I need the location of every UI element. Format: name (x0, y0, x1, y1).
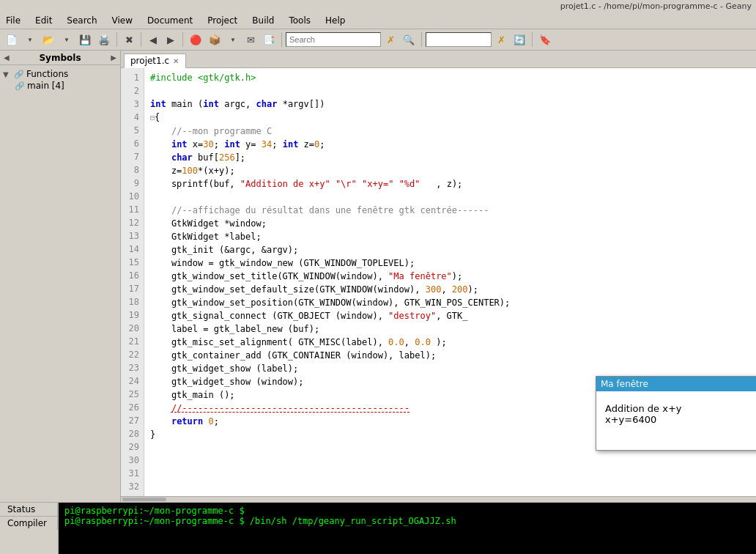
menu-build[interactable]: Build (249, 14, 277, 27)
main-icon: 🔗 (15, 81, 25, 91)
menu-file[interactable]: File (3, 14, 23, 27)
tab-bar: projet1.c ✕ (121, 51, 756, 68)
menu-document[interactable]: Document (144, 14, 196, 27)
close-button[interactable]: ✖ (121, 32, 137, 48)
print-button[interactable]: 🖨️ (95, 32, 113, 48)
sidebar-left-arrow[interactable]: ◀ (1, 52, 12, 63)
sep4 (281, 32, 282, 47)
tree-functions-label: Functions (26, 69, 68, 79)
code-editor: 12345 678910 1112131415 1617181920 21222… (121, 68, 756, 496)
title-text: projet1.c - /home/pi/mon-programme-c - G… (560, 1, 752, 11)
run-button[interactable]: 📦 (206, 32, 223, 48)
editor-area: projet1.c ✕ 12345 678910 1112131415 1617… (121, 51, 756, 502)
sidebar-header: ◀ Symbols ▶ (0, 51, 120, 65)
float-titlebar: Ma fenêtre _ □ ✕ (596, 377, 756, 391)
functions-icon: 🔗 (14, 70, 24, 79)
editor-scrollbar[interactable] (121, 496, 756, 502)
open-button[interactable]: 📂 (40, 32, 57, 48)
dropdown-arrow3[interactable]: ▼ (225, 32, 241, 48)
replace-go-button[interactable]: 🔄 (511, 32, 528, 48)
tree-expand-icon: ▼ (3, 70, 12, 78)
search-clear-button[interactable]: ✗ (382, 32, 399, 48)
search-input[interactable] (286, 32, 381, 47)
send-button[interactable]: ✉ (242, 32, 259, 48)
sep2 (141, 32, 141, 47)
menu-edit[interactable]: Edit (32, 14, 55, 27)
sidebar-right-arrow[interactable]: ▶ (108, 52, 119, 63)
menu-search[interactable]: Search (64, 14, 100, 27)
redo-button[interactable]: ▶ (163, 32, 179, 48)
menu-tools[interactable]: Tools (286, 14, 314, 27)
toolbar: 📄 ▼ 📂 ▼ 💾 🖨️ ✖ ◀ ▶ 🔴 📦 ▼ ✉ 📑 ✗ 🔍 ✗ 🔄 🔖 (0, 29, 756, 51)
sidebar-content: ▼ 🔗 Functions 🔗 main [4] (0, 65, 120, 502)
sep1 (116, 32, 117, 47)
tab-close-button[interactable]: ✕ (173, 57, 179, 65)
menu-help[interactable]: Help (322, 14, 348, 27)
menu-view[interactable]: View (109, 14, 136, 27)
tab-projet1[interactable]: projet1.c ✕ (124, 53, 186, 68)
title-bar: projet1.c - /home/pi/mon-programme-c - G… (0, 0, 756, 12)
color-button[interactable]: 🔴 (187, 32, 204, 48)
dropdown-arrow2[interactable]: ▼ (59, 32, 75, 48)
menu-project[interactable]: Project (204, 14, 240, 27)
undo-button[interactable]: ◀ (145, 32, 161, 48)
new-button[interactable]: 📄 (3, 32, 21, 48)
sep3 (182, 32, 183, 47)
float-window: Ma fenêtre _ □ ✕ Addition de x+y x+y=640… (596, 376, 756, 451)
search-go-button[interactable]: 🔍 (400, 32, 418, 48)
dropdown-arrow[interactable]: ▼ (22, 32, 38, 48)
tree-functions[interactable]: ▼ 🔗 Functions (3, 68, 117, 80)
status-bar: Status Compiler pi@raspberrypi:~/mon-pro… (0, 502, 756, 554)
float-title: Ma fenêtre (601, 379, 648, 389)
tree-main[interactable]: 🔗 main [4] (15, 80, 117, 92)
terminal[interactable]: pi@raspberrypi:~/mon-programme-c $ pi@ra… (59, 503, 756, 554)
sidebar: ◀ Symbols ▶ ▼ 🔗 Functions 🔗 main [4] (0, 51, 121, 502)
replace-clear-button[interactable]: ✗ (493, 32, 509, 48)
float-line2: x+y=6400 (605, 414, 756, 425)
replace-input[interactable] (426, 32, 492, 47)
sep6 (532, 32, 533, 47)
tab-filename: projet1.c (130, 56, 169, 66)
tree-child-container: 🔗 main [4] (3, 80, 117, 92)
bookmark-button[interactable]: 🔖 (536, 32, 554, 48)
compile-button[interactable]: 📑 (260, 32, 278, 48)
line-numbers: 12345 678910 1112131415 1617181920 21222… (121, 68, 144, 496)
tree-main-label: main [4] (27, 81, 64, 91)
terminal-line2: pi@raspberrypi:~/mon-programme-c $ /bin/… (64, 516, 750, 526)
scroll-thumb[interactable] (122, 498, 166, 501)
status-tab[interactable]: Status (0, 503, 58, 517)
float-line1: Addition de x+y (605, 403, 756, 414)
sep5 (421, 32, 422, 47)
main-area: ◀ Symbols ▶ ▼ 🔗 Functions 🔗 main [4] pro… (0, 51, 756, 502)
compiler-tab[interactable]: Compiler (0, 517, 58, 530)
save-button[interactable]: 💾 (76, 32, 94, 48)
float-content: Addition de x+y x+y=6400 (596, 391, 756, 450)
sidebar-title: Symbols (12, 53, 109, 63)
terminal-line1: pi@raspberrypi:~/mon-programme-c $ (64, 506, 750, 516)
menu-bar: File Edit Search View Document Project B… (0, 12, 756, 29)
